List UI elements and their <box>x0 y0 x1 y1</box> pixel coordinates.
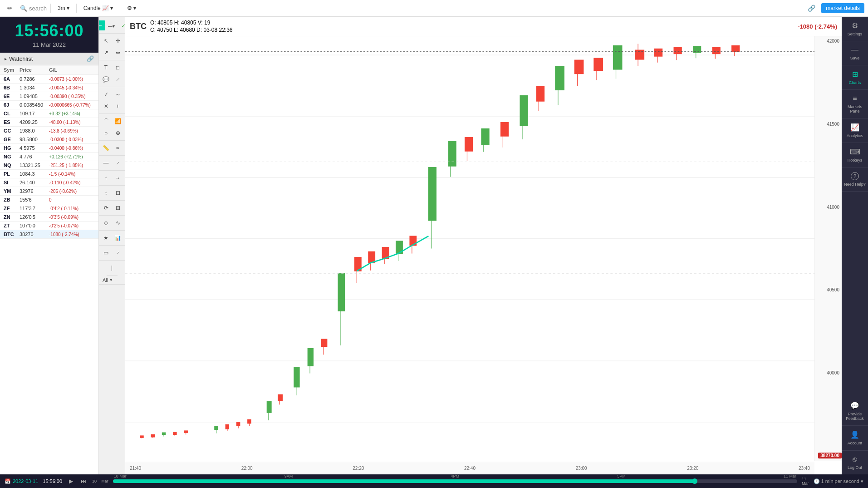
dt-bottom-section: ▭ ⟋ <box>99 246 125 261</box>
main-content: 15:56:00 11 Mar 2022 ▸ Watchlist 🔗 Sym P… <box>0 17 868 474</box>
shape2-btn[interactable]: ◇ <box>101 217 112 228</box>
sidebar-item-markets-pane[interactable]: ≡ Markets Pane <box>842 90 868 118</box>
comment-btn[interactable]: 💬 <box>101 74 112 85</box>
clock-area: 15:56:00 11 Mar 2022 <box>0 17 98 53</box>
hline-btn[interactable]: — <box>101 158 112 168</box>
dt-filter[interactable]: All ▾ <box>99 276 125 285</box>
svg-rect-28 <box>278 394 283 401</box>
link-icon-btn[interactable]: 🔗 <box>805 2 818 15</box>
antenna-btn[interactable]: ⊕ <box>113 128 123 138</box>
wave-btn[interactable]: ～ <box>113 89 123 100</box>
watchlist-row-btc[interactable]: BTC38270-1080 (-2.74%) <box>0 230 98 239</box>
diagonal-line-btn[interactable]: ⟋ <box>113 158 123 168</box>
checkmark-btn[interactable]: ✓ <box>101 89 112 100</box>
ruler-btn[interactable]: 📏 <box>101 143 112 153</box>
watchlist-row-zt[interactable]: ZT107'0'0-0'2'5 (-0.07%) <box>0 222 98 230</box>
box-measure-btn[interactable]: ⊡ <box>113 187 123 198</box>
time-22:40: 22:40 <box>464 466 476 471</box>
sidebar-item-logout[interactable]: ⎋ Log Out <box>842 450 868 474</box>
watchlist-row-zn[interactable]: ZN126'0'5-0'3'5 (-0.09%) <box>0 213 98 222</box>
watchlist-link-icon[interactable]: 🔗 <box>87 55 94 62</box>
watchlist-row-gc[interactable]: GC1988.0-13.8 (-0.69%) <box>0 127 98 135</box>
sym-si: SI <box>4 180 20 185</box>
price-btc: 38270 <box>20 232 49 237</box>
check-btn[interactable]: ✓ <box>118 20 126 31</box>
watchlist-row-6j[interactable]: 6J0.0085450-0.0000665 (-0.77%) <box>0 101 98 109</box>
watchlist-row-ym[interactable]: YM32976-206 (-0.62%) <box>0 187 98 196</box>
svg-rect-74 <box>674 48 682 54</box>
watchlist-row-6a[interactable]: 6A0.7286-0.0073 (-1.00%) <box>0 75 98 84</box>
timeline-thumb[interactable] <box>692 478 697 484</box>
watchlist-row-6b[interactable]: 6B1.3034-0.0045 (-0.34%) <box>0 84 98 92</box>
chart-type-btn[interactable]: Candle 📈 ▾ <box>80 4 116 13</box>
arrow-cursor-btn[interactable]: ↖ <box>101 35 112 46</box>
measure-btn[interactable]: ↕ <box>101 187 112 198</box>
watchlist-row-cl[interactable]: CL109.17+3.32 (+3.14%) <box>0 109 98 118</box>
line-style-btn[interactable]: —▾ <box>106 20 117 31</box>
watchlist-row-ge[interactable]: GE98.5800-0.0300 (-0.03%) <box>0 135 98 144</box>
account-label: Account <box>848 441 863 445</box>
watchlist-row-hg[interactable]: HG4.5975-0.0400 (-0.86%) <box>0 144 98 153</box>
sidebar-item-need-help[interactable]: ? Need Help? <box>842 168 868 192</box>
wave2-btn[interactable]: ∿ <box>113 217 123 228</box>
vline-btn[interactable]: | <box>107 262 118 273</box>
curve-btn[interactable]: ⌒ <box>101 116 112 127</box>
sym-ge: GE <box>4 137 20 142</box>
box2-btn[interactable]: ▭ <box>101 247 112 258</box>
step-btn[interactable]: ⏭ <box>79 477 88 485</box>
play-btn[interactable]: ▶ <box>67 477 75 485</box>
up-arrow-btn[interactable]: ↑ <box>101 173 112 183</box>
right-arrow-btn[interactable]: → <box>113 173 123 183</box>
sidebar-item-charts[interactable]: ⊞ Charts <box>842 65 868 90</box>
market-details-btn[interactable]: market details <box>821 3 864 13</box>
signal-btn[interactable]: 📶 <box>113 116 123 127</box>
chart-canvas[interactable]: 59847 <box>125 36 842 474</box>
gl-btc: -1080 (-2.74%) <box>49 232 95 237</box>
analytics-icon: 📈 <box>850 123 859 132</box>
zigzag-btn[interactable]: ⟋ <box>113 74 123 85</box>
watchlist-row-6e[interactable]: 6E1.09485-0.00390 (-0.35%) <box>0 92 98 101</box>
parallel-btn[interactable]: ⊟ <box>113 202 123 213</box>
svg-rect-14 <box>173 432 177 435</box>
sidebar-item-provide-feedback[interactable]: 💬 Provide Feedback <box>842 397 868 426</box>
add-drawing-btn[interactable]: + <box>99 20 105 30</box>
watchlist-row-zf[interactable]: ZF117'3'7-0'4'2 (-0.11%) <box>0 204 98 213</box>
plus-btn[interactable]: + <box>113 101 123 112</box>
x-btn[interactable]: ✕ <box>101 101 112 112</box>
resize-btn[interactable]: ⇔ <box>113 47 123 58</box>
timeline[interactable]: 10 Mar 9AM 4PM 5PM 11 Mar <box>113 479 797 483</box>
dt-arrow-section: ↑ → <box>99 171 125 186</box>
search-icon: 🔍 <box>20 5 27 12</box>
watchlist-row-es[interactable]: ES4209.25-48.00 (-1.13%) <box>0 118 98 127</box>
watchlist-row-ng[interactable]: NG4.776+0.126 (+2.71%) <box>0 153 98 161</box>
sidebar-item-settings[interactable]: ⚙ Settings <box>842 17 868 41</box>
price-6a: 0.7286 <box>20 76 49 82</box>
bar-chart-btn[interactable]: 📊 <box>113 232 123 243</box>
timeline-fill <box>113 479 695 483</box>
sym-ng: NG <box>4 154 20 159</box>
fib-btn[interactable]: ≈ <box>113 143 123 153</box>
ellipse-btn[interactable]: ⟳ <box>101 202 112 213</box>
circle-btn[interactable]: ○ <box>101 128 112 138</box>
watchlist-row-nq[interactable]: NQ13321.25-251.25 (-1.85%) <box>0 161 98 170</box>
settings-label: Settings <box>848 32 863 36</box>
timeframe-btn[interactable]: 3m ▾ <box>54 4 73 13</box>
search-area[interactable]: 🔍 search <box>20 5 47 12</box>
rect-btn[interactable]: □ <box>113 62 123 73</box>
sidebar-item-hotkeys[interactable]: ⌨ Hotkeys <box>842 143 868 168</box>
svg-rect-62 <box>555 66 564 90</box>
watchlist-row-pl[interactable]: PL1084.3-1.5 (-0.14%) <box>0 170 98 178</box>
text-btn[interactable]: T <box>101 62 112 73</box>
watchlist-row-si[interactable]: SI26.140-0.110 (-0.42%) <box>0 178 98 187</box>
sidebar-item-account[interactable]: 👤 Account <box>842 426 868 450</box>
diagonal-arrow-btn[interactable]: ↗ <box>101 47 112 58</box>
crosshair-btn[interactable]: ✛ <box>113 35 123 46</box>
watchlist-row-zb[interactable]: ZB155'60 <box>0 196 98 204</box>
settings-btn[interactable]: ⚙ ▾ <box>124 4 139 13</box>
angled-btn[interactable]: ⟋ <box>113 247 123 258</box>
pencil-tool-btn[interactable]: ✏ <box>4 2 16 15</box>
sidebar-item-save[interactable]: — Save <box>842 41 868 65</box>
star-btn[interactable]: ★ <box>101 232 112 243</box>
sidebar-item-analytics[interactable]: 📈 Analytics <box>842 118 868 143</box>
time-22:00: 22:00 <box>241 466 253 471</box>
